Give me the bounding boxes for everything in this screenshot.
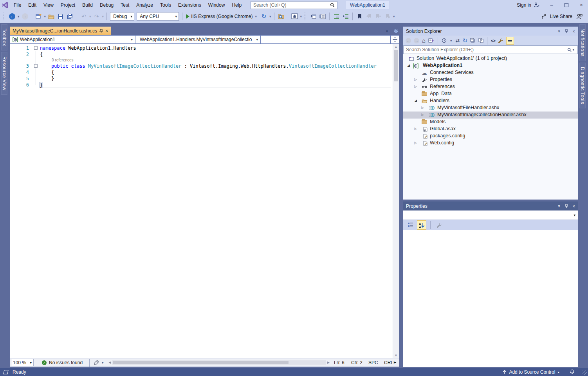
next-bookmark-button[interactable] [373,12,383,21]
expander-collapsed-icon[interactable]: ▷ [421,106,424,110]
sync-with-active-document-button[interactable] [428,38,434,43]
show-all-files-button[interactable] [478,38,483,43]
refresh-button[interactable]: ↻ [463,38,468,43]
undo-dropdown[interactable]: ▾ [88,14,92,18]
editor-options-gear-icon[interactable] [393,29,399,34]
scroll-up-arrow[interactable]: ▲ [393,44,399,49]
undo-button[interactable]: ↶ [79,12,88,21]
codelens-references-link[interactable]: 0 references [40,58,74,63]
se-home-button[interactable]: ⌂ [422,38,426,43]
increase-indent-button[interactable] [341,12,350,21]
sidebar-tab-resource-view[interactable]: Resource View [1,52,7,95]
menu-window[interactable]: Window [205,0,229,10]
expander-expanded-icon[interactable]: ◢ [407,63,410,67]
tree-item-app-data[interactable]: App_Data [403,90,578,97]
refresh-dropdown[interactable]: ▾ [269,14,272,18]
search-options-dropdown[interactable]: ▾ [572,48,575,52]
solution-explorer-header[interactable]: Solution Explorer ▾ × [403,27,578,36]
expander-collapsed-icon[interactable]: ▷ [414,127,417,131]
switch-views-button[interactable]: ⇄ [456,38,460,43]
code-cleanup-button[interactable] [92,358,101,367]
save-all-button[interactable] [65,12,75,21]
menu-tools[interactable]: Tools [157,0,175,10]
close-icon[interactable]: × [573,29,575,34]
sidebar-tab-toolbox[interactable]: Toolbox [1,24,7,50]
window-position-icon[interactable]: ▾ [558,29,560,33]
send-feedback-button[interactable] [576,14,583,19]
navbar-member-combo[interactable] [261,36,390,43]
close-tab-icon[interactable]: × [105,28,108,34]
outlining-margin[interactable]: – [33,45,40,51]
window-position-icon[interactable]: ▾ [558,204,560,208]
code-cleanup-dropdown[interactable]: ▾ [101,361,105,365]
document-outline-button[interactable] [318,12,327,21]
window-resize-grip[interactable] [583,371,587,375]
sidebar-tab-notifications[interactable]: Notifications [579,24,586,61]
tree-item-project-webapplication1[interactable]: ◢ WebApplication1 [403,62,578,69]
zoom-level-combo[interactable]: 100 % ▾ [11,359,34,366]
live-share-button[interactable]: Live Share [541,14,572,19]
maximize-button[interactable] [560,0,573,10]
tree-item-connected-services[interactable]: ☁ Connected Services [403,69,578,76]
filter-dropdown[interactable]: ▾ [449,39,453,43]
pin-icon[interactable] [565,29,568,33]
tree-item-global-asax[interactable]: ▷ Global.asax [403,126,578,133]
expander-collapsed-icon[interactable]: ▷ [414,85,417,88]
line-ending-indicator[interactable]: CRLF [384,360,398,365]
active-files-dropdown[interactable]: ▾ [386,29,388,33]
menu-project[interactable]: Project [57,0,79,10]
menu-view[interactable]: View [40,0,57,10]
tree-item-myvintasoftimagecollectionhandler[interactable]: ▷ MyVintasoftImageCollectionHandler.ashx [403,112,578,119]
expander-collapsed-icon[interactable]: ▷ [414,141,417,145]
scroll-left-arrow[interactable]: ◀ [108,361,112,364]
navigate-forward-button[interactable]: → [20,12,30,21]
tree-item-properties[interactable]: ▷ Properties [403,76,578,83]
start-debugging-button[interactable]: IIS Express (Google Chrome) ▾ [184,14,259,19]
split-editor-handle[interactable] [390,36,399,43]
se-forward-button[interactable]: → [414,38,419,43]
quick-search-box[interactable] [251,1,337,9]
active-solution-title-button[interactable]: WebApplication1 [346,1,389,9]
sign-in-button[interactable]: Sign in [513,2,543,8]
scroll-down-arrow[interactable]: ▼ [393,353,399,358]
horizontal-scroll-thumb[interactable] [113,361,289,364]
quick-search-input[interactable] [253,2,330,8]
toggle-bookmark-button[interactable] [355,12,364,21]
navbar-project-combo[interactable]: WebApplication1 ▾ [10,36,135,43]
clear-bookmarks-button[interactable] [383,12,392,21]
editor-vertical-scrollbar[interactable]: ▲ ▼ [393,44,399,358]
sidebar-tab-diagnostic-tools[interactable]: Diagnostic Tools [579,63,586,108]
close-button[interactable]: × [575,0,588,10]
expander-collapsed-icon[interactable]: ▷ [421,113,424,117]
scroll-right-arrow[interactable]: ▶ [326,361,331,364]
collapse-region-icon[interactable]: – [34,64,38,68]
browse-home-button[interactable] [290,12,299,21]
save-button[interactable] [56,12,65,21]
refresh-browser-button[interactable]: ↻ [259,12,269,21]
solution-platform-combo[interactable]: Any CPU ▾ [137,12,179,21]
navigate-back-button[interactable]: ← [7,12,17,21]
add-to-source-control-button[interactable]: Add to Source Control ▴ [503,369,559,375]
toolbar-grip[interactable] [4,13,5,20]
new-project-dropdown[interactable]: ▾ [43,14,47,18]
new-project-button[interactable] [34,12,43,21]
tree-item-models[interactable]: Models [403,119,578,126]
run-target-dropdown[interactable]: ▾ [254,14,258,18]
redo-dropdown[interactable]: ▾ [101,14,105,18]
properties-object-combo[interactable]: ▾ [403,210,578,220]
alphabetical-sort-button[interactable]: AZ [417,220,426,230]
tree-item-references[interactable]: ▷ References [403,83,578,90]
attach-to-process-button[interactable] [308,12,318,21]
navbar-type-combo[interactable]: WebApplication1.Handlers.MyVintasoftImag… [135,36,261,43]
toolbar-grip[interactable] [305,13,307,20]
code-editor[interactable]: 1 – namespace WebApplication1.Handlers 2… [10,44,399,358]
browse-home-dropdown[interactable]: ▾ [299,14,303,18]
tree-item-myvintasoftfilehandler[interactable]: ▷ MyVintasoftFileHandler.ashx [403,104,578,112]
menu-analyze[interactable]: Analyze [133,0,157,10]
pending-changes-filter-button[interactable] [442,38,447,43]
close-icon[interactable]: × [573,204,575,209]
open-file-button[interactable] [47,12,56,21]
document-health-indicator[interactable]: ✓ No issues found [37,360,87,365]
menu-edit[interactable]: Edit [25,0,40,10]
pin-icon[interactable] [565,204,568,208]
